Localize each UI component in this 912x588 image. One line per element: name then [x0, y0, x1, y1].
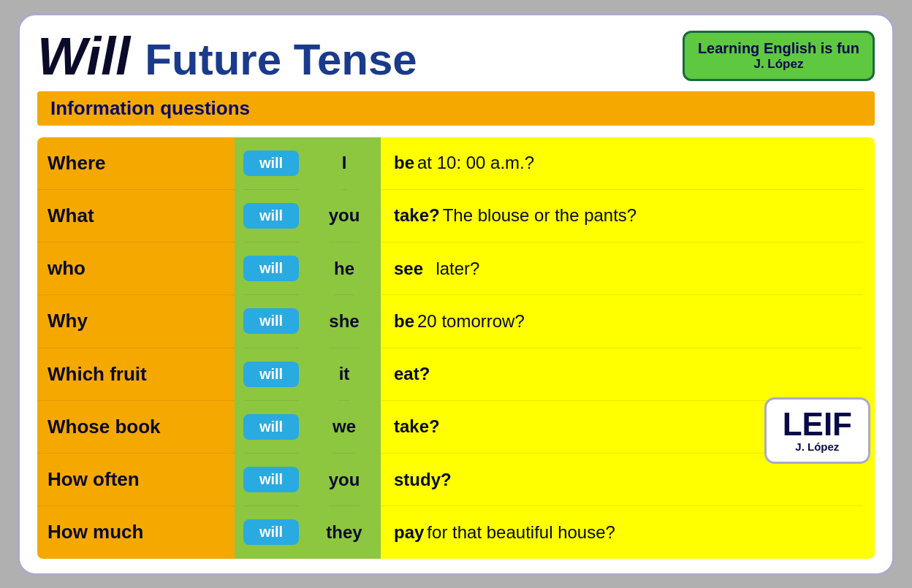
wh-what: What [37, 190, 235, 243]
header-row: Will Future Tense Learning English is fu… [37, 30, 875, 83]
leif-text: LEIF [783, 408, 852, 440]
main-title: Will Future Tense [37, 30, 417, 83]
wh-who: who [37, 243, 235, 295]
sentence-2: take? The blouse or the pants? [381, 190, 863, 243]
pronoun-7: you [329, 454, 360, 506]
verb-8: pay [394, 522, 424, 543]
info-label-text: Information questions [50, 97, 250, 119]
will-cell-3: will [243, 243, 299, 295]
sentence-1: be at 10: 00 a.m.? [381, 137, 863, 190]
col-pronoun: I you he she it we you they [308, 137, 381, 559]
will-btn-6[interactable]: will [243, 414, 299, 440]
wh-which-fruit: Which fruit [37, 348, 235, 401]
will-cell-6: will [243, 401, 299, 454]
verb-2: take? [394, 205, 440, 226]
will-btn-4[interactable]: will [243, 308, 299, 334]
brand-line1: Learning English is fun [698, 40, 859, 57]
col-will: will will will will will will will will [235, 137, 308, 559]
will-cell-4: will [243, 295, 299, 348]
will-cell-2: will [243, 190, 299, 243]
brand-line2: J. López [698, 57, 859, 72]
verb-3: see [394, 259, 423, 279]
sentence-8: pay for that beautiful house? [381, 506, 863, 558]
title-will: Will [37, 27, 130, 85]
will-btn-8[interactable]: will [243, 519, 299, 545]
pronoun-3: he [334, 243, 354, 295]
info-label-box: Information questions [37, 91, 875, 126]
verb-5: eat? [394, 364, 430, 384]
verb-4: be [394, 311, 414, 332]
will-btn-1[interactable]: will [243, 150, 299, 176]
verb-6: take? [394, 416, 440, 437]
pronoun-8: they [326, 506, 362, 558]
sentence-3: see later? [381, 243, 863, 295]
wh-why: Why [37, 295, 235, 348]
verb-1: be [394, 153, 414, 173]
sentence-5: eat? [381, 348, 863, 401]
col-sentence: be at 10: 00 a.m.? take? The blouse or t… [381, 137, 875, 559]
will-cell-1: will [243, 137, 299, 190]
will-btn-5[interactable]: will [243, 362, 299, 387]
table-area: Where What who Why Which fruit Whose boo… [37, 137, 875, 559]
pronoun-2: you [329, 190, 360, 243]
will-btn-2[interactable]: will [243, 203, 299, 229]
pronoun-1: I [342, 137, 347, 190]
sentence-4: be 20 tomorrow? [381, 295, 863, 348]
col-wh: Where What who Why Which fruit Whose boo… [37, 137, 235, 559]
wh-how-much: How much [37, 506, 235, 558]
main-card: Will Future Tense Learning English is fu… [18, 13, 894, 576]
wh-where: Where [37, 137, 235, 190]
will-btn-3[interactable]: will [243, 256, 299, 281]
verb-7: study? [394, 470, 452, 490]
brand-box: Learning English is fun J. López [683, 31, 875, 81]
will-cell-8: will [243, 506, 299, 558]
wh-whose-book: Whose book [37, 401, 235, 454]
wh-how-often: How often [37, 454, 235, 506]
title-future: Future Tense [145, 35, 417, 84]
will-cell-7: will [243, 454, 299, 506]
pronoun-6: we [332, 401, 356, 454]
pronoun-5: it [339, 348, 350, 401]
leif-sub: J. López [783, 440, 852, 453]
will-cell-5: will [243, 348, 299, 401]
leif-box: LEIF J. López [764, 397, 870, 464]
will-btn-7[interactable]: will [243, 467, 299, 492]
pronoun-4: she [329, 295, 359, 348]
